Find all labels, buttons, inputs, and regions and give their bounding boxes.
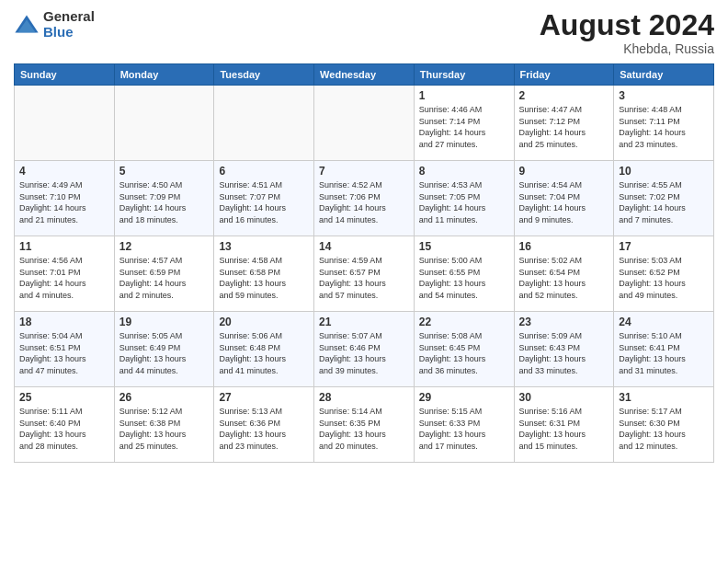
logo-general-label: General [43,9,95,25]
day-number: 20 [219,316,309,328]
calendar-cell-w4-d1: 18Sunrise: 5:04 AMSunset: 6:51 PMDayligh… [15,312,115,387]
calendar-cell-w4-d5: 22Sunrise: 5:08 AMSunset: 6:45 PMDayligh… [414,312,514,387]
day-number: 28 [319,391,409,404]
day-number: 23 [519,316,609,328]
calendar-cell-w1-d2 [114,86,214,161]
day-info: Sunrise: 5:00 AMSunset: 6:55 PMDaylight:… [419,255,509,301]
calendar-cell-w4-d2: 19Sunrise: 5:05 AMSunset: 6:49 PMDayligh… [114,312,214,387]
calendar-cell-w3-d3: 13Sunrise: 4:58 AMSunset: 6:58 PMDayligh… [214,236,314,312]
day-info: Sunrise: 4:48 AMSunset: 7:11 PMDaylight:… [619,104,709,150]
calendar-cell-w1-d3 [214,86,314,161]
calendar-cell-w1-d5: 1Sunrise: 4:46 AMSunset: 7:14 PMDaylight… [414,86,514,161]
day-info: Sunrise: 5:10 AMSunset: 6:41 PMDaylight:… [619,330,709,376]
calendar-cell-w2-d4: 7Sunrise: 4:52 AMSunset: 7:06 PMDaylight… [314,161,415,236]
day-info: Sunrise: 5:06 AMSunset: 6:48 PMDaylight:… [219,330,309,376]
day-number: 11 [19,240,109,253]
day-number: 19 [119,316,210,328]
day-number: 30 [519,391,609,404]
calendar-cell-w2-d7: 10Sunrise: 4:55 AMSunset: 7:02 PMDayligh… [614,161,714,236]
calendar-cell-w4-d7: 24Sunrise: 5:10 AMSunset: 6:41 PMDayligh… [614,312,714,387]
col-sunday: Sunday [15,64,115,86]
calendar-cell-w2-d3: 6Sunrise: 4:51 AMSunset: 7:07 PMDaylight… [214,161,314,236]
calendar-cell-w3-d4: 14Sunrise: 4:59 AMSunset: 6:57 PMDayligh… [314,236,415,312]
calendar-cell-w1-d4 [314,86,415,161]
logo-text: General Blue [43,9,95,40]
calendar-cell-w3-d2: 12Sunrise: 4:57 AMSunset: 6:59 PMDayligh… [114,236,214,312]
day-number: 31 [619,391,709,404]
day-info: Sunrise: 4:54 AMSunset: 7:04 PMDaylight:… [519,179,609,225]
calendar-cell-w2-d5: 8Sunrise: 4:53 AMSunset: 7:05 PMDaylight… [414,161,514,236]
day-number: 18 [19,316,109,328]
calendar-cell-w5-d3: 27Sunrise: 5:13 AMSunset: 6:36 PMDayligh… [214,387,314,463]
calendar-cell-w4-d3: 20Sunrise: 5:06 AMSunset: 6:48 PMDayligh… [214,312,314,387]
day-info: Sunrise: 4:57 AMSunset: 6:59 PMDaylight:… [119,255,210,301]
calendar-week-4: 18Sunrise: 5:04 AMSunset: 6:51 PMDayligh… [15,312,714,387]
day-info: Sunrise: 5:09 AMSunset: 6:43 PMDaylight:… [519,330,609,376]
day-number: 26 [119,391,210,404]
calendar-cell-w5-d1: 25Sunrise: 5:11 AMSunset: 6:40 PMDayligh… [15,387,115,463]
day-info: Sunrise: 5:17 AMSunset: 6:30 PMDaylight:… [619,406,709,452]
day-info: Sunrise: 4:53 AMSunset: 7:05 PMDaylight:… [419,179,509,225]
day-info: Sunrise: 5:05 AMSunset: 6:49 PMDaylight:… [119,330,210,376]
day-info: Sunrise: 5:14 AMSunset: 6:35 PMDaylight:… [319,406,409,452]
calendar-cell-w4-d4: 21Sunrise: 5:07 AMSunset: 6:46 PMDayligh… [314,312,415,387]
day-info: Sunrise: 5:08 AMSunset: 6:45 PMDaylight:… [419,330,509,376]
header: General Blue August 2024 Khebda, Russia [14,9,714,56]
day-number: 6 [219,165,309,178]
day-info: Sunrise: 4:47 AMSunset: 7:12 PMDaylight:… [519,104,609,150]
calendar-week-5: 25Sunrise: 5:11 AMSunset: 6:40 PMDayligh… [15,387,714,463]
day-number: 9 [519,165,609,178]
day-info: Sunrise: 5:04 AMSunset: 6:51 PMDaylight:… [19,330,109,376]
logo-blue-label: Blue [43,25,95,40]
calendar-cell-w5-d5: 29Sunrise: 5:15 AMSunset: 6:33 PMDayligh… [414,387,514,463]
day-info: Sunrise: 4:59 AMSunset: 6:57 PMDaylight:… [319,255,409,301]
calendar-cell-w1-d1 [15,86,115,161]
day-info: Sunrise: 5:15 AMSunset: 6:33 PMDaylight:… [419,406,509,452]
day-info: Sunrise: 4:51 AMSunset: 7:07 PMDaylight:… [219,179,309,225]
col-friday: Friday [514,64,614,86]
calendar-week-1: 1Sunrise: 4:46 AMSunset: 7:14 PMDaylight… [15,86,714,161]
calendar-cell-w2-d1: 4Sunrise: 4:49 AMSunset: 7:10 PMDaylight… [15,161,115,236]
day-number: 5 [119,165,210,178]
calendar-title: August 2024 [540,9,714,41]
day-info: Sunrise: 5:11 AMSunset: 6:40 PMDaylight:… [19,406,109,452]
calendar-cell-w3-d5: 15Sunrise: 5:00 AMSunset: 6:55 PMDayligh… [414,236,514,312]
day-number: 27 [219,391,309,404]
day-number: 16 [519,240,609,253]
day-info: Sunrise: 4:52 AMSunset: 7:06 PMDaylight:… [319,179,409,225]
day-info: Sunrise: 5:13 AMSunset: 6:36 PMDaylight:… [219,406,309,452]
day-number: 7 [319,165,409,178]
day-number: 29 [419,391,509,404]
col-wednesday: Wednesday [314,64,415,86]
logo: General Blue [14,9,95,40]
day-number: 4 [19,165,109,178]
day-number: 17 [619,240,709,253]
day-info: Sunrise: 5:16 AMSunset: 6:31 PMDaylight:… [519,406,609,452]
day-number: 1 [419,89,509,102]
day-number: 14 [319,240,409,253]
day-info: Sunrise: 4:49 AMSunset: 7:10 PMDaylight:… [19,179,109,225]
day-number: 22 [419,316,509,328]
calendar-cell-w5-d7: 31Sunrise: 5:17 AMSunset: 6:30 PMDayligh… [614,387,714,463]
day-number: 13 [219,240,309,253]
calendar-header-row: Sunday Monday Tuesday Wednesday Thursday… [15,64,714,86]
calendar-cell-w2-d6: 9Sunrise: 4:54 AMSunset: 7:04 PMDaylight… [514,161,614,236]
day-info: Sunrise: 4:46 AMSunset: 7:14 PMDaylight:… [419,104,509,150]
day-info: Sunrise: 4:55 AMSunset: 7:02 PMDaylight:… [619,179,709,225]
calendar-cell-w5-d6: 30Sunrise: 5:16 AMSunset: 6:31 PMDayligh… [514,387,614,463]
calendar-cell-w5-d4: 28Sunrise: 5:14 AMSunset: 6:35 PMDayligh… [314,387,415,463]
calendar-week-2: 4Sunrise: 4:49 AMSunset: 7:10 PMDaylight… [15,161,714,236]
day-number: 25 [19,391,109,404]
day-info: Sunrise: 5:07 AMSunset: 6:46 PMDaylight:… [319,330,409,376]
col-saturday: Saturday [614,64,714,86]
calendar-cell-w5-d2: 26Sunrise: 5:12 AMSunset: 6:38 PMDayligh… [114,387,214,463]
calendar-cell-w1-d6: 2Sunrise: 4:47 AMSunset: 7:12 PMDaylight… [514,86,614,161]
col-tuesday: Tuesday [214,64,314,86]
day-number: 12 [119,240,210,253]
calendar-table: Sunday Monday Tuesday Wednesday Thursday… [14,63,714,463]
logo-icon [14,12,40,38]
calendar-week-3: 11Sunrise: 4:56 AMSunset: 7:01 PMDayligh… [15,236,714,312]
col-thursday: Thursday [414,64,514,86]
day-number: 24 [619,316,709,328]
day-info: Sunrise: 4:50 AMSunset: 7:09 PMDaylight:… [119,179,210,225]
